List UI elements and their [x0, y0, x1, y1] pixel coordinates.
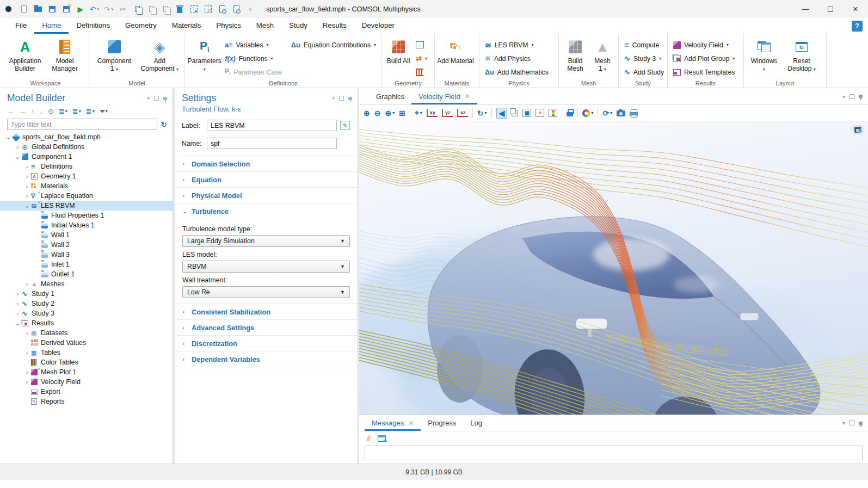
show-hide-button[interactable]: ⊙	[48, 107, 54, 115]
tree-item-geometry-1[interactable]: ›AGeometry 1	[0, 171, 173, 181]
section-turbulence[interactable]: ⌄Turbulence	[175, 203, 358, 219]
transparency-button[interactable]	[512, 110, 518, 116]
parameter-case-button[interactable]: PiParameter Case	[221, 65, 288, 79]
move-down-button[interactable]: ↓	[40, 107, 44, 115]
collapse-chevron[interactable]: ›	[23, 193, 31, 199]
expand-chevron[interactable]: ⌄	[14, 153, 22, 160]
study-3-button[interactable]: ∿Study 3▾	[621, 52, 665, 65]
forward-button[interactable]: →	[19, 107, 26, 115]
variables-button[interactable]: a=Variables▾	[221, 38, 288, 52]
zoom-box-button[interactable]: ⊕▾	[385, 109, 395, 118]
build-all-button[interactable]: Build All	[384, 36, 413, 65]
tree-item-root[interactable]: ⌄sports_car_flow_field.mph	[0, 132, 173, 142]
tree-item-wall-2[interactable]: Wall 2	[0, 240, 173, 250]
section-physical-model[interactable]: ›Physical Model	[175, 188, 358, 203]
collapse-chevron[interactable]: ›	[23, 173, 31, 180]
new-file-button[interactable]	[17, 3, 31, 15]
delete-button[interactable]	[173, 3, 187, 15]
open-button[interactable]	[31, 3, 45, 15]
windows-button[interactable]: Windows▾	[746, 36, 782, 73]
tree-item-les-rbvm[interactable]: ⌄≋✳LES RBVM	[0, 201, 173, 211]
find-button[interactable]	[215, 3, 229, 15]
tree-item-mesh-plot-1[interactable]: ›✳Mesh Plot 1	[0, 367, 173, 377]
reset-desktop-button[interactable]: ↻ Reset Desktop ▾	[782, 36, 821, 73]
graphics-canvas[interactable]	[359, 121, 868, 415]
minimize-button[interactable]: —	[793, 0, 818, 18]
tree-item-results[interactable]: ⌄Results	[0, 318, 173, 328]
tree-item-study-2[interactable]: ›∿Study 2	[0, 299, 173, 308]
tree-item-inlet-1[interactable]: Inlet 1	[0, 260, 173, 269]
collapse-chevron[interactable]: ›	[23, 349, 31, 356]
rename-button[interactable]: ✎	[340, 121, 350, 130]
menu-geometry[interactable]: Geometry	[118, 18, 164, 34]
tree-item-wall-1[interactable]: Wall 1	[0, 230, 173, 240]
add-plot-group-button[interactable]: Add Plot Group▾	[670, 52, 741, 65]
add-component-button[interactable]: ◈ Add Component ▾	[137, 36, 183, 73]
menu-developer[interactable]: Developer	[354, 18, 402, 34]
tab-velocity-field[interactable]: Velocity Field✕	[411, 88, 477, 104]
panel-float-icon[interactable]	[339, 96, 344, 101]
expand-chevron[interactable]: ⌄	[14, 319, 22, 327]
menu-materials[interactable]: Materials	[164, 18, 209, 34]
compute-button[interactable]: =Compute	[621, 38, 665, 52]
show-color-legend-button[interactable]	[549, 109, 557, 117]
model-tree-nodes-button[interactable]: ≣▾	[86, 107, 95, 115]
tree-item-reports[interactable]: ✎Reports	[0, 397, 173, 406]
tree-item-color-tables[interactable]: Color Tables	[0, 357, 173, 367]
select-box-button[interactable]	[187, 3, 201, 15]
view-xy-button[interactable]: xy	[427, 109, 438, 117]
tree-item-velocity-field[interactable]: ›Velocity Field	[0, 377, 173, 387]
collapse-chevron[interactable]: ›	[23, 369, 31, 375]
clear-selection-button[interactable]	[201, 3, 215, 15]
rebuild-button[interactable]: ⇄▾	[413, 52, 430, 65]
zoom-out-button[interactable]: ⊖	[374, 109, 381, 118]
paste-button[interactable]	[144, 3, 158, 15]
panel-pin-icon[interactable]	[163, 97, 167, 100]
rotate-view-button[interactable]: ↻▾	[477, 109, 487, 118]
save-button[interactable]	[45, 3, 59, 15]
maximize-button[interactable]	[818, 0, 843, 18]
tree-item-component-1[interactable]: ⌄Component 1	[0, 152, 173, 162]
panel-float-icon[interactable]	[849, 421, 854, 425]
collapse-chevron[interactable]: ›	[23, 330, 31, 336]
plot-thumbnail-icon[interactable]	[853, 125, 863, 134]
tree-item-meshes[interactable]: ›▲Meshes	[0, 279, 173, 289]
scene-light-button[interactable]: ◀	[496, 108, 508, 119]
wall-treatment-select[interactable]: Low Re▼	[182, 286, 350, 298]
snapshot-button[interactable]	[617, 109, 625, 116]
close-tab-icon[interactable]: ✕	[465, 92, 470, 100]
zoom-in-button[interactable]: ⊕	[364, 109, 370, 118]
collapse-chevron[interactable]: ›	[14, 144, 22, 150]
physics-interface-select[interactable]: ≋LES RBVM▾	[482, 38, 556, 52]
tree-item-export[interactable]: Export	[0, 387, 173, 397]
velocity-field-button[interactable]: Velocity Field▾	[670, 38, 741, 52]
section-advanced-settings[interactable]: ›Advanced Settings	[175, 320, 358, 336]
section-domain-selection[interactable]: ›Domain Selection	[175, 156, 358, 172]
component-1-button[interactable]: Component1 ▾	[91, 36, 137, 73]
mesh-1-button[interactable]: ▲ Mesh1 ▾	[589, 36, 615, 73]
model-manager-button[interactable]: Model Manager	[46, 36, 84, 72]
tree-item-derived-values[interactable]: 8.85e-12Derived Values	[0, 338, 173, 348]
view-yz-button[interactable]: yz	[442, 109, 453, 117]
show-grid-button[interactable]: ▦	[522, 109, 531, 117]
tree-item-tables[interactable]: ›▦Tables	[0, 348, 173, 357]
lock-view-button[interactable]	[567, 109, 573, 116]
collapse-chevron[interactable]: ›	[23, 281, 31, 287]
menu-results[interactable]: Results	[315, 18, 354, 34]
undo-button[interactable]: ↶∨	[88, 3, 102, 15]
turbulence-model-type-select[interactable]: Large Eddy Simulation▼	[182, 235, 350, 247]
message-window-icon[interactable]	[378, 435, 386, 442]
filter-button[interactable]: ▾	[100, 109, 108, 114]
tab-messages[interactable]: Messages✕	[365, 415, 421, 431]
collapse-chevron[interactable]: ›	[14, 300, 22, 307]
panel-menu-icon[interactable]: ▾	[842, 420, 845, 426]
tab-graphics[interactable]: Graphics	[369, 88, 411, 104]
back-button[interactable]: ←	[7, 107, 14, 115]
collapse-chevron[interactable]: ›	[23, 163, 31, 170]
filter-input[interactable]	[7, 119, 157, 130]
redo-button[interactable]: ↷∨	[102, 3, 116, 15]
duplicate-button[interactable]	[158, 3, 173, 15]
tree-item-materials[interactable]: ›Materials	[0, 181, 173, 191]
refresh-filter-icon[interactable]: ↻	[161, 120, 167, 129]
move-up-button[interactable]: ↑	[31, 107, 35, 115]
